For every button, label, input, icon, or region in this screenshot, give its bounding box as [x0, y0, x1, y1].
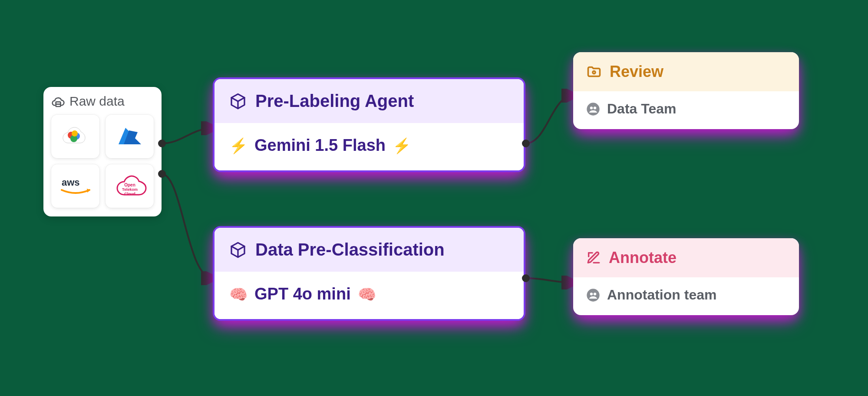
agent2-title: Data Pre-Classification [255, 240, 445, 260]
port-agent2-out [522, 274, 530, 282]
provider-google-cloud[interactable] [51, 115, 99, 158]
svg-text:Cloud: Cloud [124, 192, 135, 196]
provider-aws[interactable]: aws [51, 164, 99, 208]
agent2-model: GPT 4o mini [254, 285, 351, 303]
node-review-task[interactable]: Review Data Team [573, 52, 799, 129]
svg-point-15 [594, 293, 596, 295]
brain-icon: 🧠 [358, 286, 376, 303]
open-telekom-cloud-icon: Open Telekom Cloud [110, 173, 149, 199]
brain-icon: 🧠 [229, 286, 248, 303]
svg-text:Open: Open [124, 183, 135, 187]
raw-data-title: Raw data [69, 94, 125, 109]
agent1-model: Gemini 1.5 Flash [254, 136, 386, 155]
bolt-icon: ⚡ [393, 137, 411, 154]
provider-azure[interactable] [106, 115, 154, 158]
google-cloud-icon [62, 126, 89, 147]
svg-text:Telekom: Telekom [122, 187, 138, 192]
svg-point-12 [594, 106, 596, 109]
svg-point-13 [587, 289, 599, 301]
folder-eye-icon [586, 64, 602, 80]
svg-point-11 [590, 106, 593, 109]
aws-icon: aws [59, 175, 92, 197]
cube-icon [229, 93, 247, 110]
port-rawdata-out-2 [158, 170, 166, 178]
node-data-pre-classification[interactable]: Data Pre-Classification 🧠 GPT 4o mini 🧠 [213, 226, 525, 321]
node-pre-labeling-agent[interactable]: Pre-Labeling Agent ⚡ Gemini 1.5 Flash ⚡ [213, 77, 525, 172]
team-icon [586, 102, 600, 116]
review-team: Data Team [607, 101, 676, 117]
cube-icon [229, 241, 247, 259]
svg-point-10 [587, 103, 599, 115]
annotate-team: Annotation team [607, 287, 716, 303]
svg-point-4 [72, 130, 78, 136]
team-icon [586, 288, 600, 302]
agent1-title: Pre-Labeling Agent [255, 91, 414, 111]
node-annotate-task[interactable]: Annotate Annotation team [573, 238, 799, 315]
cloud-db-icon [51, 94, 65, 108]
azure-icon [116, 125, 144, 148]
edit-icon [586, 250, 601, 265]
annotate-title: Annotate [609, 249, 677, 267]
svg-point-14 [590, 293, 593, 295]
node-raw-data[interactable]: Raw data [43, 87, 162, 216]
review-title: Review [610, 63, 663, 81]
svg-point-9 [593, 71, 595, 74]
provider-open-telekom-cloud[interactable]: Open Telekom Cloud [106, 164, 154, 208]
port-agent1-out [522, 140, 530, 147]
bolt-icon: ⚡ [229, 137, 248, 154]
port-rawdata-out-1 [158, 140, 166, 147]
svg-text:aws: aws [62, 177, 80, 188]
